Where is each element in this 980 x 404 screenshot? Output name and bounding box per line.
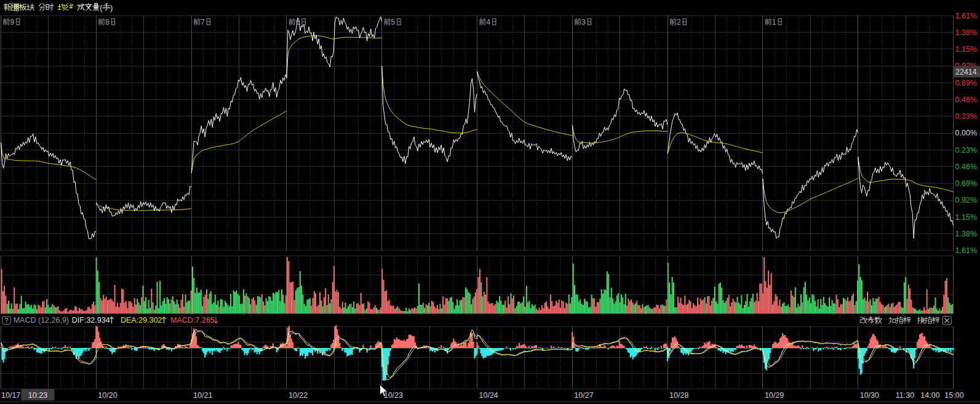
svg-text:0.46%: 0.46% (955, 163, 977, 171)
svg-text:0.92%: 0.92% (955, 196, 977, 204)
svg-text:1.61%: 1.61% (955, 246, 977, 255)
svg-text:11:30: 11:30 (896, 391, 914, 400)
svg-text:10/30: 10/30 (860, 391, 879, 400)
svg-text:10/24: 10/24 (479, 391, 498, 400)
svg-text:1: 1 (772, 18, 776, 26)
svg-text:0.23%: 0.23% (955, 112, 977, 121)
svg-text:10/27: 10/27 (574, 391, 593, 400)
svg-text:10/28: 10/28 (669, 391, 688, 400)
svg-text:4: 4 (486, 18, 490, 26)
svg-text:9: 9 (10, 18, 14, 26)
svg-text:0.00%: 0.00% (955, 129, 977, 137)
svg-text:MACD:7.265: MACD:7.265 (170, 316, 215, 325)
svg-text:10/17: 10/17 (1, 391, 20, 400)
svg-text:5: 5 (391, 18, 396, 26)
svg-text:8: 8 (105, 18, 110, 26)
svg-text:10/21: 10/21 (193, 391, 212, 400)
svg-text:10:23: 10:23 (28, 391, 47, 400)
svg-text:10/23: 10/23 (384, 391, 403, 400)
svg-text:7: 7 (201, 18, 205, 26)
svg-text:DEA:29.302: DEA:29.302 (121, 316, 162, 325)
svg-text:14:00: 14:00 (920, 391, 939, 400)
svg-text:): ) (110, 3, 113, 12)
svg-text:1.15%: 1.15% (955, 45, 977, 54)
svg-text:1.38%: 1.38% (955, 230, 977, 238)
svg-text:1.15%: 1.15% (955, 213, 977, 222)
svg-text:0.69%: 0.69% (955, 79, 977, 87)
svg-text:6: 6 (296, 18, 300, 26)
svg-text:22414.: 22414. (955, 68, 979, 76)
svg-text:1.61%: 1.61% (955, 12, 977, 20)
svg-text:DIF:32.934: DIF:32.934 (72, 316, 110, 325)
svg-text:0.69%: 0.69% (955, 179, 977, 188)
svg-text:3: 3 (581, 18, 586, 26)
svg-text:1.38%: 1.38% (955, 28, 977, 37)
svg-text:10/29: 10/29 (765, 391, 784, 400)
svg-text:10/22: 10/22 (289, 391, 308, 400)
svg-text:2: 2 (677, 18, 681, 26)
svg-text:10/20: 10/20 (98, 391, 117, 400)
svg-text:?: ? (5, 317, 9, 324)
svg-text:0.46%: 0.46% (955, 95, 977, 104)
svg-text:(: ( (100, 3, 103, 12)
svg-text:MACD (12,26,9): MACD (12,26,9) (14, 316, 69, 325)
svg-text:15:00: 15:00 (944, 391, 963, 400)
svg-text:0.23%: 0.23% (955, 146, 977, 155)
